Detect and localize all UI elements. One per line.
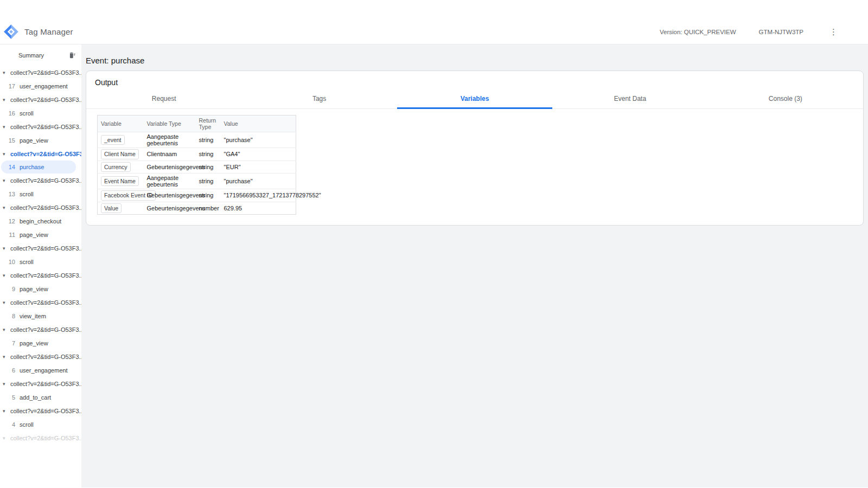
sidebar-event-user_engagement[interactable]: 17user_engagement	[0, 79, 81, 93]
variable-chip: Event Name	[101, 176, 139, 187]
value-cell: "purchase"	[221, 132, 296, 148]
collapse-arrow-icon[interactable]: ▾	[3, 151, 10, 157]
collapse-arrow-icon[interactable]: ▾	[3, 124, 10, 130]
event-number: 10	[0, 259, 15, 265]
value-cell: "GA4"	[221, 148, 296, 161]
sidebar-event-scroll[interactable]: 13scroll	[0, 187, 81, 201]
tab-event-data[interactable]: Event Data	[552, 91, 707, 109]
sidebar-event-page_view[interactable]: 7page_view	[0, 336, 81, 350]
event-name-label: user_engagement	[20, 367, 68, 374]
return-type-cell: string	[196, 174, 221, 189]
request-group-row[interactable]: ▾collect?v=2&tid=G-O53F3...	[0, 241, 81, 255]
sidebar-event-page_view[interactable]: 15page_view	[0, 133, 81, 147]
request-group-row[interactable]: ▾collect?v=2&tid=G-O53F3...	[0, 431, 81, 445]
collapse-arrow-icon[interactable]: ▾	[3, 246, 10, 251]
event-number: 13	[0, 191, 15, 197]
brand: Tag Manager	[3, 24, 73, 40]
return-type-cell: number	[196, 202, 221, 215]
app-header: Tag Manager Version: QUICK_PREVIEW GTM-N…	[0, 0, 868, 44]
collapse-arrow-icon[interactable]: ▾	[3, 354, 10, 359]
variable-cell: Value	[98, 202, 144, 215]
request-group-row[interactable]: ▾collect?v=2&tid=G-O53F3...	[0, 174, 81, 187]
return-type-cell: string	[196, 132, 221, 148]
collapse-arrow-icon[interactable]: ▾	[3, 435, 10, 441]
sidebar-event-purchase[interactable]: 14purchase	[1, 160, 76, 174]
collapse-arrow-icon[interactable]: ▾	[3, 408, 10, 414]
collapse-arrow-icon[interactable]: ▾	[3, 327, 10, 332]
collapse-arrow-icon[interactable]: ▾	[3, 97, 10, 102]
request-group-row[interactable]: ▾collect?v=2&tid=G-O53F3...	[0, 404, 81, 418]
request-group-row[interactable]: ▾collect?v=2&tid=G-O53F3...	[0, 377, 81, 390]
sidebar-event-begin_checkout[interactable]: 12begin_checkout	[0, 214, 81, 228]
variables-table: VariableVariable TypeReturn TypeValue _e…	[97, 115, 296, 215]
output-card: Output RequestTagsVariablesEvent DataCon…	[86, 70, 864, 226]
request-group-row[interactable]: ▾collect?v=2&tid=G-O53F3...	[0, 350, 81, 363]
request-group-label: collect?v=2&tid=G-O53F3...	[10, 97, 81, 103]
collapse-arrow-icon[interactable]: ▾	[3, 300, 10, 305]
event-name-label: view_item	[20, 313, 46, 319]
event-number: 12	[0, 218, 15, 224]
sidebar-event-view_item[interactable]: 8view_item	[0, 309, 81, 323]
request-group-row[interactable]: ▾collect?v=2&tid=G-O53F3...	[0, 66, 81, 79]
sidebar-event-page_view[interactable]: 11page_view	[0, 228, 81, 241]
event-name-label: add_to_cart	[20, 394, 51, 401]
tab-request[interactable]: Request	[86, 91, 241, 109]
more-menu-icon[interactable]: ⋮	[826, 28, 841, 36]
event-number: 9	[0, 286, 15, 292]
main-content: Event: purchase Output RequestTagsVariab…	[81, 44, 868, 487]
collapse-arrow-icon[interactable]: ▾	[3, 273, 10, 278]
summary-sidebar: Summary ▾collect?v=2&tid=G-O53F3...17use…	[0, 44, 81, 487]
sidebar-event-add_to_cart[interactable]: 5add_to_cart	[0, 390, 81, 404]
request-group-label: collect?v=2&tid=G-O53F3...	[10, 204, 81, 211]
event-name-label: scroll	[20, 191, 34, 197]
request-group-row[interactable]: ▾collect?v=2&tid=G-O53F3...	[0, 296, 81, 309]
collapse-arrow-icon[interactable]: ▾	[3, 70, 10, 75]
variable-row: CurrencyGebeurtenisgegevensstring"EUR"	[98, 160, 296, 174]
tab-console-3[interactable]: Console (3)	[708, 91, 863, 109]
return-type-cell: string	[196, 148, 221, 161]
event-number: 5	[0, 394, 15, 401]
variable-cell: Event Name	[98, 174, 144, 189]
event-name-label: page_view	[20, 137, 48, 144]
event-number: 17	[0, 83, 15, 89]
variable-row: Facebook Event IDGebeurtenisgegevensstri…	[98, 189, 296, 202]
column-header: Variable	[98, 115, 144, 132]
collapse-arrow-icon[interactable]: ▾	[3, 205, 10, 210]
request-group-label: collect?v=2&tid=G-O53F3...	[10, 408, 81, 414]
sidebar-event-scroll[interactable]: 16scroll	[0, 106, 81, 120]
sidebar-event-user_engagement[interactable]: 6user_engagement	[0, 363, 81, 377]
event-number: 6	[0, 367, 15, 374]
request-group-label: collect?v=2&tid=G-O53F3...	[10, 299, 81, 306]
event-number: 11	[0, 232, 15, 238]
event-number: 8	[0, 313, 15, 319]
request-group-label: collect?v=2&tid=G-O53F3...	[10, 272, 81, 279]
variable-type-cell: Aangepaste gebeurtenis	[144, 132, 196, 148]
return-type-cell: string	[196, 160, 221, 174]
request-group-row[interactable]: ▾collect?v=2&tid=G-O53F3...	[0, 323, 81, 336]
tab-tags[interactable]: Tags	[241, 91, 397, 109]
request-group-row[interactable]: ▾collect?v=2&tid=G-O53F3...	[0, 201, 81, 214]
event-name-label: scroll	[20, 421, 34, 428]
return-type-cell: string	[196, 189, 221, 202]
variable-type-cell: Gebeurtenisgegevens	[144, 160, 196, 174]
sidebar-event-scroll[interactable]: 4scroll	[0, 418, 81, 431]
request-group-label: collect?v=2&tid=G-O53F3...	[10, 245, 81, 252]
sidebar-event-page_view[interactable]: 9page_view	[0, 282, 81, 296]
collapse-arrow-icon[interactable]: ▾	[3, 381, 10, 387]
request-group-row[interactable]: ▾collect?v=2&tid=G-O53F3...	[0, 147, 81, 160]
request-group-row[interactable]: ▾collect?v=2&tid=G-O53F3...	[0, 120, 81, 133]
tab-variables[interactable]: Variables	[397, 91, 552, 109]
variable-row: _eventAangepaste gebeurtenisstring"purch…	[98, 132, 296, 148]
clear-log-icon[interactable]	[68, 52, 76, 59]
event-number: 15	[0, 137, 15, 144]
request-group-row[interactable]: ▾collect?v=2&tid=G-O53F3...	[0, 268, 81, 282]
tag-manager-logo-icon	[3, 24, 19, 40]
variable-type-cell: Aangepaste gebeurtenis	[144, 174, 196, 189]
container-id-button[interactable]: GTM-NJTW3TP	[759, 29, 803, 35]
collapse-arrow-icon[interactable]: ▾	[3, 178, 10, 183]
variable-row: ValueGebeurtenisgegevensnumber629.95	[98, 202, 296, 215]
sidebar-event-scroll[interactable]: 10scroll	[0, 255, 81, 268]
request-group-row[interactable]: ▾collect?v=2&tid=G-O53F3...	[0, 93, 81, 106]
event-name-label: page_view	[20, 286, 48, 292]
variable-type-cell: Clientnaam	[144, 148, 196, 161]
